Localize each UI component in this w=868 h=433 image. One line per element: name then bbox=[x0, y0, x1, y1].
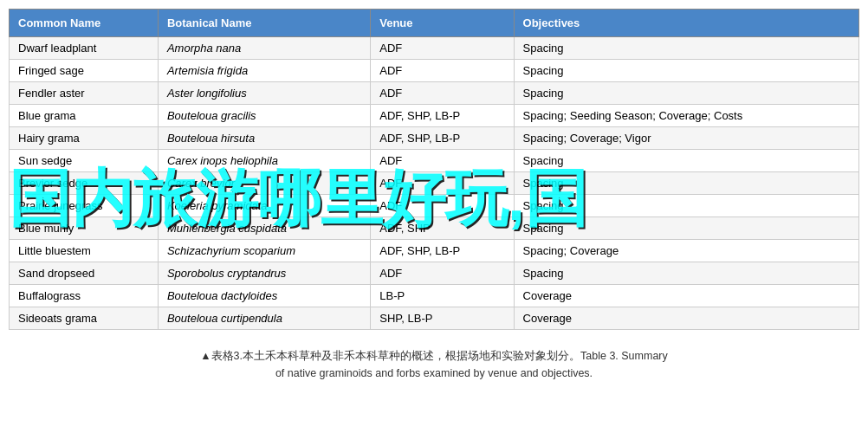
table-cell: Spacing bbox=[514, 195, 858, 217]
table-cell: Spacing bbox=[514, 172, 858, 195]
table-cell: Sideoats grama bbox=[10, 307, 159, 330]
table-cell: Blue grama bbox=[10, 105, 159, 127]
table-row: Fendler asterAster longifoliusADFSpacing bbox=[10, 82, 859, 105]
table-cell: ADF bbox=[371, 150, 514, 172]
table-wrapper: Common Name Botanical Name Venue Objecti… bbox=[9, 9, 859, 347]
table-cell: Sun sedge bbox=[10, 150, 159, 172]
table-row: Sun sedgeCarex inops heliophilaADFSpacin… bbox=[10, 150, 859, 172]
table-cell: Aster longifolius bbox=[158, 82, 370, 105]
table-cell: Buffalograss bbox=[10, 285, 159, 307]
table-cell: Spacing; Coverage bbox=[514, 240, 858, 262]
table-cell: Artemisia frigida bbox=[158, 60, 370, 82]
table-cell: Sporobolus cryptandrus bbox=[158, 262, 370, 285]
table-cell: ADF, SHP, LB-P bbox=[371, 240, 514, 262]
table-cell: Spacing bbox=[514, 262, 858, 285]
table-row: Sand dropseedSporobolus cryptandrusADFSp… bbox=[10, 262, 859, 285]
table-cell: Spacing bbox=[514, 60, 858, 82]
table-cell: Spacing bbox=[514, 82, 858, 105]
table-cell: Hairy grama bbox=[10, 127, 159, 150]
table-cell: ADF bbox=[371, 172, 514, 195]
caption-line2: of native graminoids and forbs examined … bbox=[43, 365, 825, 382]
table-row: BuffalograssBouteloua dactyloidesLB-PCov… bbox=[10, 285, 859, 307]
table-cell: Coverage bbox=[514, 285, 858, 307]
col-header-venue: Venue bbox=[371, 10, 514, 37]
table-caption: ▲表格3.本土禾本科草种及非禾本科草种的概述，根据场地和实验对象划分。Table… bbox=[9, 347, 859, 382]
table-cell: Bouteloua gracilis bbox=[158, 105, 370, 127]
table-cell: LB-P bbox=[371, 285, 514, 307]
table-cell: ADF bbox=[371, 195, 514, 217]
table-row: Prairie junegrassKoeleria pyramidataADFS… bbox=[10, 195, 859, 217]
table-cell: ADF bbox=[371, 262, 514, 285]
table-cell: Bouteloua hirsuta bbox=[158, 127, 370, 150]
table-cell: ADF bbox=[371, 82, 514, 105]
table-cell: Sand dropseed bbox=[10, 262, 159, 285]
caption-line1: ▲表格3.本土禾本科草种及非禾本科草种的概述，根据场地和实验对象划分。Table… bbox=[43, 347, 825, 365]
table-row: Fringed sageArtemisia frigidaADFSpacing bbox=[10, 60, 859, 82]
table-cell: Blue muhly bbox=[10, 217, 159, 240]
table-cell: Koeleria pyramidata bbox=[158, 195, 370, 217]
table-cell: Spacing; Coverage; Vigor bbox=[514, 127, 858, 150]
table-row: Sideoats gramaBouteloua curtipendulaSHP,… bbox=[10, 307, 859, 330]
table-cell: Bouteloua curtipendula bbox=[158, 307, 370, 330]
table-cell: Muhlenbergia cuspidata bbox=[158, 217, 370, 240]
table-cell: Spacing bbox=[514, 217, 858, 240]
table-cell: Carex brevior bbox=[158, 172, 370, 195]
col-header-botanical-name: Botanical Name bbox=[158, 10, 370, 37]
table-cell: Fendler aster bbox=[10, 82, 159, 105]
table-cell: Schizachyrium scoparium bbox=[158, 240, 370, 262]
table-cell: Dwarf leadplant bbox=[10, 37, 159, 60]
table-cell: ADF bbox=[371, 37, 514, 60]
data-table: Common Name Botanical Name Venue Objecti… bbox=[9, 9, 859, 330]
table-cell: Bouteloua dactyloides bbox=[158, 285, 370, 307]
table-cell: ADF bbox=[371, 60, 514, 82]
table-row: Brevior sedgeCarex breviorADFSpacing bbox=[10, 172, 859, 195]
table-cell: SHP, LB-P bbox=[371, 307, 514, 330]
table-cell: ADF, SHP, LB-P bbox=[371, 127, 514, 150]
table-row: Dwarf leadplantAmorpha nanaADFSpacing bbox=[10, 37, 859, 60]
table-row: Little bluestemSchizachyrium scopariumAD… bbox=[10, 240, 859, 262]
table-cell: Coverage bbox=[514, 307, 858, 330]
table-row: Blue gramaBouteloua gracilisADF, SHP, LB… bbox=[10, 105, 859, 127]
table-cell: Spacing; Seeding Season; Coverage; Costs bbox=[514, 105, 858, 127]
table-header-row: Common Name Botanical Name Venue Objecti… bbox=[10, 10, 859, 37]
table-cell: Amorpha nana bbox=[158, 37, 370, 60]
table-row: Blue muhlyMuhlenbergia cuspidataADF, SHP… bbox=[10, 217, 859, 240]
table-cell: ADF, SHP, LB-P bbox=[371, 105, 514, 127]
table-cell: Prairie junegrass bbox=[10, 195, 159, 217]
table-cell: Carex inops heliophila bbox=[158, 150, 370, 172]
col-header-common-name: Common Name bbox=[10, 10, 159, 37]
table-cell: Spacing bbox=[514, 37, 858, 60]
table-cell: ADF, SHP bbox=[371, 217, 514, 240]
table-cell: Spacing bbox=[514, 150, 858, 172]
table-cell: Fringed sage bbox=[10, 60, 159, 82]
table-cell: Brevior sedge bbox=[10, 172, 159, 195]
table-cell: Little bluestem bbox=[10, 240, 159, 262]
col-header-objectives: Objectives bbox=[514, 10, 858, 37]
table-row: Hairy gramaBouteloua hirsutaADF, SHP, LB… bbox=[10, 127, 859, 150]
